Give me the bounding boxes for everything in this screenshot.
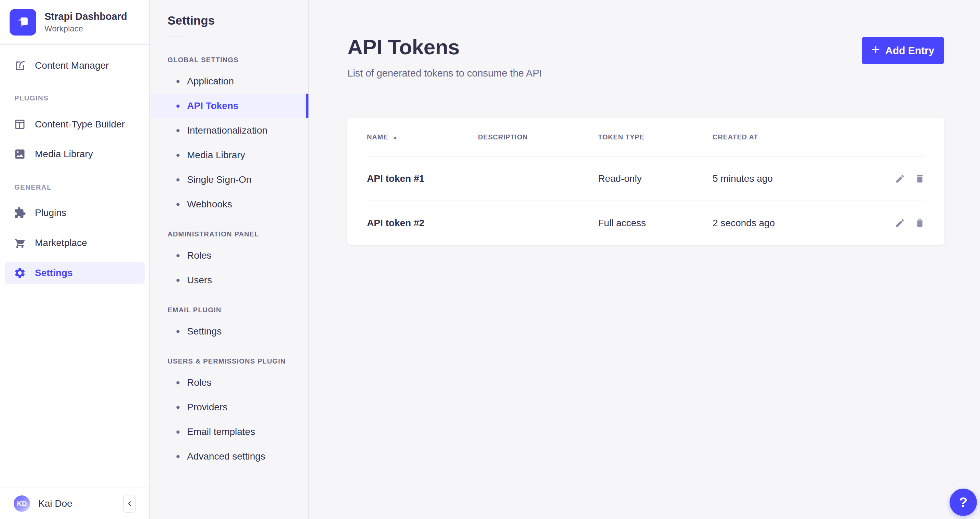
bullet-icon <box>177 154 180 157</box>
table-row[interactable]: API token #2 Full access 2 seconds ago <box>367 201 925 245</box>
subnav-divider <box>167 37 184 37</box>
sidebar-item-content-type-builder[interactable]: Content-Type Builder <box>5 113 145 135</box>
collapse-sidebar-button[interactable] <box>123 495 136 513</box>
table-header-row: NAME▲ DESCRIPTION TOKEN TYPE CREATED AT <box>367 118 925 157</box>
column-header-name[interactable]: NAME▲ <box>367 133 478 141</box>
subnav-item-admin-roles[interactable]: Roles <box>151 243 309 268</box>
subnav-item-media-library[interactable]: Media Library <box>151 143 309 167</box>
workspace-brand[interactable]: Strapi Dashboard Workplace <box>0 0 150 45</box>
subnav-section-email-plugin: EMAIL PLUGIN <box>167 306 309 314</box>
token-created-at: 5 minutes ago <box>713 173 880 184</box>
subnav-item-up-roles[interactable]: Roles <box>151 370 309 395</box>
subnav-item-label: Advanced settings <box>187 451 265 462</box>
add-entry-label: Add Entry <box>885 45 934 56</box>
pencil-icon <box>895 218 905 228</box>
subnav-item-internationalization[interactable]: Internationalization <box>151 118 309 143</box>
subnav-item-label: Roles <box>187 250 212 261</box>
row-actions <box>880 173 925 184</box>
subnav-item-email-settings[interactable]: Settings <box>151 319 309 344</box>
api-tokens-table-card: NAME▲ DESCRIPTION TOKEN TYPE CREATED AT … <box>347 118 945 245</box>
subnav-title: Settings <box>167 14 309 27</box>
sidebar-item-label: Media Library <box>35 149 93 160</box>
sidebar-item-label: Content Manager <box>35 60 109 71</box>
sidebar-section-general: GENERAL <box>14 183 150 192</box>
sidebar-footer: KD Kai Doe <box>0 487 150 519</box>
sidebar-item-settings[interactable]: Settings <box>5 262 145 284</box>
trash-icon <box>915 173 925 184</box>
page-title: API Tokens <box>347 35 460 59</box>
subnav-section-global-settings: GLOBAL SETTINGS <box>167 56 309 64</box>
subnav-item-label: Users <box>187 275 212 286</box>
puzzle-icon <box>14 207 26 219</box>
edit-button[interactable] <box>895 218 905 228</box>
settings-subnav: Settings GLOBAL SETTINGS Application API… <box>151 0 309 519</box>
shopping-cart-icon <box>14 237 26 249</box>
subnav-list-email-plugin: Settings <box>151 319 309 344</box>
content-type-builder-icon <box>14 118 26 130</box>
row-actions <box>880 218 925 228</box>
content-manager-icon <box>14 59 26 72</box>
sidebar-item-marketplace[interactable]: Marketplace <box>5 232 145 254</box>
bullet-icon <box>177 330 180 333</box>
help-button[interactable]: ? <box>950 489 977 516</box>
subnav-list-users-permissions: Roles Providers Email templates Advanced… <box>151 370 309 469</box>
sidebar-item-content-manager[interactable]: Content Manager <box>5 55 145 76</box>
bullet-icon <box>177 80 180 83</box>
chevron-left-icon <box>126 500 134 507</box>
sidebar-item-plugins[interactable]: Plugins <box>5 202 145 224</box>
subnav-item-single-sign-on[interactable]: Single Sign-On <box>151 167 309 192</box>
bullet-icon <box>177 203 180 206</box>
app-title: Strapi Dashboard <box>45 11 127 22</box>
question-mark-icon: ? <box>959 495 967 510</box>
bullet-icon <box>177 279 180 282</box>
gear-icon <box>14 267 26 279</box>
subnav-item-api-tokens[interactable]: API Tokens <box>151 94 309 118</box>
bullet-icon <box>177 129 180 132</box>
user-name: Kai Doe <box>38 498 73 509</box>
subnav-item-label: API Tokens <box>187 100 238 111</box>
token-type: Full access <box>598 217 713 229</box>
subnav-item-up-advanced-settings[interactable]: Advanced settings <box>151 444 309 469</box>
sidebar-item-media-library[interactable]: Media Library <box>5 143 145 165</box>
edit-button[interactable] <box>895 173 905 184</box>
column-header-description[interactable]: DESCRIPTION <box>478 133 598 141</box>
column-header-token-type[interactable]: TOKEN TYPE <box>598 133 713 141</box>
bullet-icon <box>177 455 180 458</box>
subnav-item-label: Webhooks <box>187 199 232 210</box>
subnav-item-label: Settings <box>187 326 221 337</box>
subnav-item-label: Roles <box>187 377 212 388</box>
bullet-icon <box>177 381 180 384</box>
sidebar-item-label: Settings <box>35 268 73 278</box>
subnav-item-label: Providers <box>187 402 228 413</box>
strapi-logo-icon <box>10 9 36 35</box>
trash-icon <box>915 218 925 228</box>
subnav-section-users-permissions-plugin: USERS & PERMISSIONS PLUGIN <box>167 357 309 365</box>
avatar[interactable]: KD <box>14 495 30 512</box>
subnav-item-up-providers[interactable]: Providers <box>151 395 309 420</box>
token-type: Read-only <box>598 173 713 184</box>
bullet-icon <box>177 430 180 433</box>
token-created-at: 2 seconds ago <box>713 217 880 229</box>
page-subtitle: List of generated tokens to consume the … <box>347 68 542 79</box>
subnav-item-admin-users[interactable]: Users <box>151 268 309 292</box>
sidebar-item-label: Content-Type Builder <box>35 119 125 130</box>
sidebar-item-label: Marketplace <box>35 238 87 248</box>
subnav-list-administration-panel: Roles Users <box>151 243 309 292</box>
delete-button[interactable] <box>915 218 925 228</box>
subnav-item-up-email-templates[interactable]: Email templates <box>151 420 309 444</box>
token-name: API token #1 <box>367 173 478 184</box>
pencil-icon <box>895 173 905 184</box>
subnav-item-label: Single Sign-On <box>187 174 251 185</box>
bullet-icon <box>177 254 180 257</box>
column-header-created-at[interactable]: CREATED AT <box>713 133 880 141</box>
add-entry-button[interactable]: + Add Entry <box>862 37 944 64</box>
sidebar-item-label: Plugins <box>35 207 66 218</box>
delete-button[interactable] <box>915 173 925 184</box>
subnav-item-application[interactable]: Application <box>151 69 309 94</box>
main-sidebar: Strapi Dashboard Workplace Content Manag… <box>0 0 150 519</box>
sort-ascending-icon[interactable]: ▲ <box>393 135 398 140</box>
subnav-item-label: Internationalization <box>187 125 267 136</box>
subnav-item-webhooks[interactable]: Webhooks <box>151 192 309 217</box>
table-row[interactable]: API token #1 Read-only 5 minutes ago <box>367 157 925 201</box>
workspace-name: Workplace <box>45 24 127 33</box>
